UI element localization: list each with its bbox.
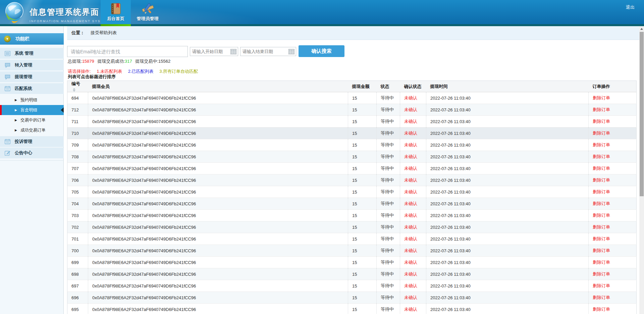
sidebar-item-announcement-center[interactable]: 公告中心	[0, 148, 64, 158]
cell-confirm: 未确认	[400, 139, 426, 151]
cell-member: 0x0A878Ff98E6A2F32d47aF6940749D6Fb241fCC…	[88, 92, 348, 104]
cell-confirm: 未确认	[400, 163, 426, 174]
pending-label: 提现交易中:	[135, 59, 158, 64]
cell-amount: 15	[348, 127, 377, 139]
table-row: 695 0x0A878Ff98E6A2F32d47aF6940749D6Fb24…	[67, 304, 637, 314]
cell-amount: 15	[348, 280, 377, 292]
cell-id: 697	[67, 280, 88, 292]
header-tabs: 后台首页 管理员管理	[101, 0, 164, 24]
cell-amount: 15	[348, 268, 377, 280]
delete-order-link[interactable]: 删除订单	[593, 119, 610, 124]
sidebar-subitem-success-orders[interactable]: ▶ 成功交易订单	[0, 125, 64, 135]
stats-line: 总提现:15879 提现交易成功:317 提现交易中:15562	[68, 58, 170, 64]
sort-icon[interactable]	[73, 88, 75, 92]
triangle-right-icon: ▶	[15, 118, 17, 122]
sidebar-item-transfer-in[interactable]: 转入管理	[0, 60, 64, 70]
logout-button[interactable]: 退出	[626, 4, 635, 10]
email-search-input[interactable]	[67, 46, 188, 57]
header-withdraw-time[interactable]: 提现时间	[426, 81, 589, 92]
sidebar-subitem-trading-orders[interactable]: ▶ 交易中的订单	[0, 115, 64, 125]
table-row: 706 0x0A878Ff98E6A2F32d47aF6940749D6Fb24…	[67, 174, 637, 186]
delete-order-link[interactable]: 删除订单	[593, 142, 610, 147]
book-icon	[110, 2, 121, 16]
tab-backend-home[interactable]: 后台首页	[101, 0, 131, 24]
cell-confirm: 未确认	[400, 151, 426, 163]
cell-time: 2022-07-26 11:03:40	[426, 210, 589, 221]
link-matched-list[interactable]: 2.已匹配列表	[128, 69, 154, 74]
cell-confirm: 未确认	[400, 233, 426, 245]
header-id[interactable]: 编号	[67, 81, 88, 92]
delete-order-link[interactable]: 删除订单	[593, 95, 610, 100]
chat-icon	[5, 74, 11, 80]
cell-status: 等待中	[377, 92, 400, 104]
start-date-input[interactable]	[190, 47, 230, 56]
table-row: 702 0x0A878Ff98E6A2F32d47aF6940749D6Fb24…	[67, 221, 637, 233]
confirm-search-button[interactable]: 确认搜索	[299, 45, 344, 57]
delete-order-link[interactable]: 删除订单	[593, 177, 610, 182]
header-order-action[interactable]: 订单操作	[589, 81, 637, 92]
cell-amount: 15	[348, 139, 377, 151]
cell-time: 2022-07-26 11:03:40	[426, 198, 589, 210]
cell-member: 0x0A878Ff98E6A2F32d47aF6940749D6Fb241fCC…	[88, 127, 348, 139]
delete-order-link[interactable]: 删除订单	[593, 271, 610, 276]
cell-member: 0x0A878Ff98E6A2F32d47aF6940749D6Fb241fCC…	[88, 268, 348, 280]
delete-order-link[interactable]: 删除订单	[593, 130, 610, 136]
header-member[interactable]: 提现会员	[88, 81, 348, 92]
cell-member: 0x0A878Ff98E6A2F32d47aF6940749D6Fb241fCC…	[88, 186, 348, 198]
cell-member: 0x0A878Ff98E6A2F32d47aF6940749D6Fb241fCC…	[88, 151, 348, 163]
cell-time: 2022-07-26 11:03:40	[426, 221, 589, 233]
cell-confirm: 未确认	[400, 174, 426, 186]
delete-order-link[interactable]: 删除订单	[593, 154, 610, 159]
header-amount[interactable]: 提现金额	[348, 81, 377, 92]
delete-order-link[interactable]: 删除订单	[593, 248, 610, 253]
sidebar-item-withdraw-manage[interactable]: 提现管理	[0, 71, 64, 82]
cell-member: 0x0A878Ff98E6A2F32d47aF6940749D6Fb241fCC…	[88, 104, 348, 116]
delete-order-link[interactable]: 删除订单	[593, 201, 610, 206]
scroll-up-arrow-icon[interactable]	[639, 26, 644, 32]
delete-order-link[interactable]: 删除订单	[593, 307, 610, 312]
cell-id: 705	[67, 186, 88, 198]
delete-order-link[interactable]: 删除订单	[593, 213, 610, 218]
cell-confirm: 未确认	[400, 304, 426, 314]
chevron-down-icon: ▼	[4, 36, 11, 42]
end-date-input[interactable]	[240, 47, 288, 56]
cell-confirm: 未确认	[400, 116, 426, 127]
cell-status: 等待中	[377, 221, 400, 233]
cell-id: 701	[67, 233, 88, 245]
cell-id: 698	[67, 268, 88, 280]
cell-status: 等待中	[377, 210, 400, 221]
cell-member: 0x0A878Ff98E6A2F32d47aF6940749D6Fb241fCC…	[88, 257, 348, 268]
scrollbar-thumb[interactable]	[640, 32, 644, 196]
success-value: 317	[125, 59, 132, 64]
sidebar-item-system-manage[interactable]: 系统 管理	[0, 48, 64, 59]
link-auto-match-all[interactable]: 3.所有订单自动匹配	[159, 69, 198, 74]
sidebar-item-complaint-manage[interactable]: 投诉管理	[0, 136, 64, 147]
delete-order-link[interactable]: 删除订单	[593, 260, 610, 265]
sidebar-funcbar-toggle[interactable]: ▼ 功能栏	[0, 33, 64, 45]
sidebar-item-match-system[interactable]: 匹配系统	[0, 83, 64, 94]
cell-confirm: 未确认	[400, 92, 426, 104]
cell-confirm: 未确认	[400, 186, 426, 198]
tab-admin-manage[interactable]: 管理员管理	[131, 0, 164, 24]
delete-order-link[interactable]: 删除订单	[593, 166, 610, 171]
delete-order-link[interactable]: 删除订单	[593, 107, 610, 112]
delete-order-link[interactable]: 删除订单	[593, 189, 610, 194]
delete-order-link[interactable]: 删除订单	[593, 295, 610, 300]
header-status[interactable]: 状态	[377, 81, 400, 92]
link-unmatched-list[interactable]: 1.未匹配列表	[97, 69, 122, 74]
calendar-picker-icon[interactable]	[230, 49, 236, 54]
sidebar-item-label: 提现管理	[15, 74, 32, 80]
cell-status: 等待中	[377, 139, 400, 151]
delete-order-link[interactable]: 删除订单	[593, 236, 610, 241]
header-confirm-status[interactable]: 确认状态	[400, 81, 426, 92]
vertical-scrollbar[interactable]	[639, 26, 644, 314]
sidebar-subitem-reservation-detail[interactable]: ▶ 预约明细	[0, 95, 64, 105]
cell-time: 2022-07-26 11:03:40	[426, 257, 589, 268]
delete-order-link[interactable]: 删除订单	[593, 224, 610, 229]
cell-id: 700	[67, 245, 88, 257]
delete-order-link[interactable]: 删除订单	[593, 283, 610, 288]
table-row: 710 0x0A878Ff98E6A2F32d47aF6940749D6Fb24…	[67, 127, 637, 139]
sidebar-subitem-blindbox-detail[interactable]: ▶ 盲盒明细	[0, 105, 64, 115]
table-row: 704 0x0A878Ff98E6A2F32d47aF6940749D6Fb24…	[67, 198, 637, 210]
calendar-picker-icon[interactable]	[288, 49, 294, 54]
